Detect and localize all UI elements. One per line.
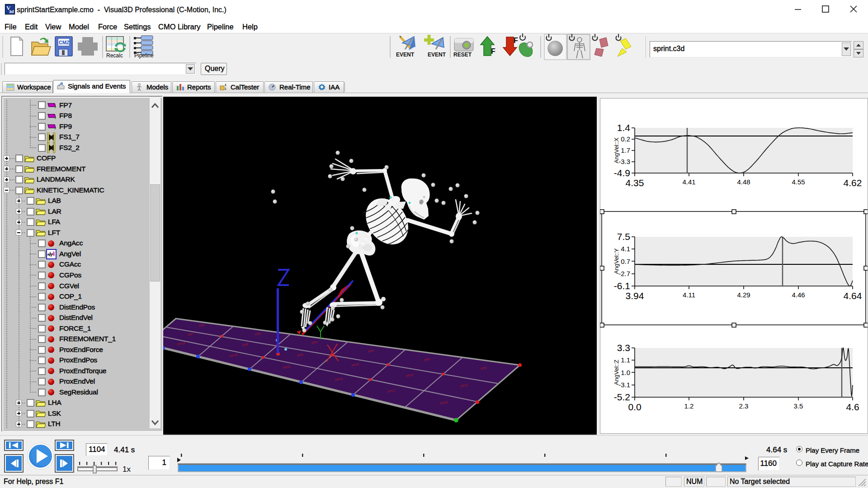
- svg-text:4.64: 4.64: [844, 291, 862, 301]
- svg-text:3.5: 3.5: [794, 402, 803, 410]
- svg-text:3.94: 3.94: [626, 291, 644, 301]
- svg-text:AngVel::Z: AngVel::Z: [613, 360, 620, 385]
- svg-text:Recalc: Recalc: [106, 52, 123, 59]
- svg-text:4.55: 4.55: [792, 178, 805, 186]
- svg-text:1.0: 1.0: [621, 369, 630, 376]
- svg-text:2.3: 2.3: [739, 402, 749, 410]
- svg-text:-6.1: -6.1: [614, 281, 630, 291]
- svg-text:AngVel::Y: AngVel::Y: [613, 248, 620, 274]
- svg-text:7.5: 7.5: [617, 231, 630, 242]
- svg-text:4.48: 4.48: [737, 178, 750, 186]
- svg-text:1.2: 1.2: [684, 402, 694, 410]
- svg-text:1x: 1x: [123, 465, 131, 474]
- svg-text:-3.1: -3.1: [618, 381, 630, 389]
- svg-text:AngVel::X: AngVel::X: [613, 137, 620, 163]
- svg-text:EVENT: EVENT: [428, 52, 446, 58]
- svg-text:RESET: RESET: [453, 52, 472, 58]
- svg-text:1.7: 1.7: [621, 146, 630, 154]
- svg-text:4.6: 4.6: [846, 402, 859, 412]
- svg-text:-5.2: -5.2: [614, 392, 630, 402]
- svg-text:-4.9: -4.9: [614, 168, 630, 178]
- svg-text:F: F: [514, 37, 518, 44]
- svg-text:1.1: 1.1: [621, 356, 630, 364]
- svg-text:4.29: 4.29: [737, 291, 750, 299]
- svg-text:4.35: 4.35: [626, 178, 644, 188]
- svg-text:4.1: 4.1: [621, 245, 630, 253]
- svg-text:EVENT: EVENT: [396, 52, 415, 58]
- svg-text:CMZ: CMZ: [59, 40, 70, 45]
- svg-text:-3.3: -3.3: [618, 158, 630, 165]
- svg-text:0.2: 0.2: [621, 135, 630, 143]
- svg-text:0.7: 0.7: [621, 258, 630, 265]
- svg-text:4.41: 4.41: [682, 178, 695, 186]
- svg-text:Pipeline: Pipeline: [134, 52, 154, 59]
- svg-text:-2.7: -2.7: [618, 270, 630, 277]
- svg-text:F: F: [491, 47, 495, 55]
- svg-text:4.62: 4.62: [844, 178, 862, 188]
- svg-text:4.11: 4.11: [683, 291, 695, 299]
- svg-text:3.3: 3.3: [617, 343, 630, 353]
- svg-text:4.46: 4.46: [792, 291, 805, 299]
- svg-text:1.4: 1.4: [617, 122, 631, 133]
- svg-text:0.0: 0.0: [628, 402, 641, 412]
- svg-text:3d: 3d: [9, 9, 14, 14]
